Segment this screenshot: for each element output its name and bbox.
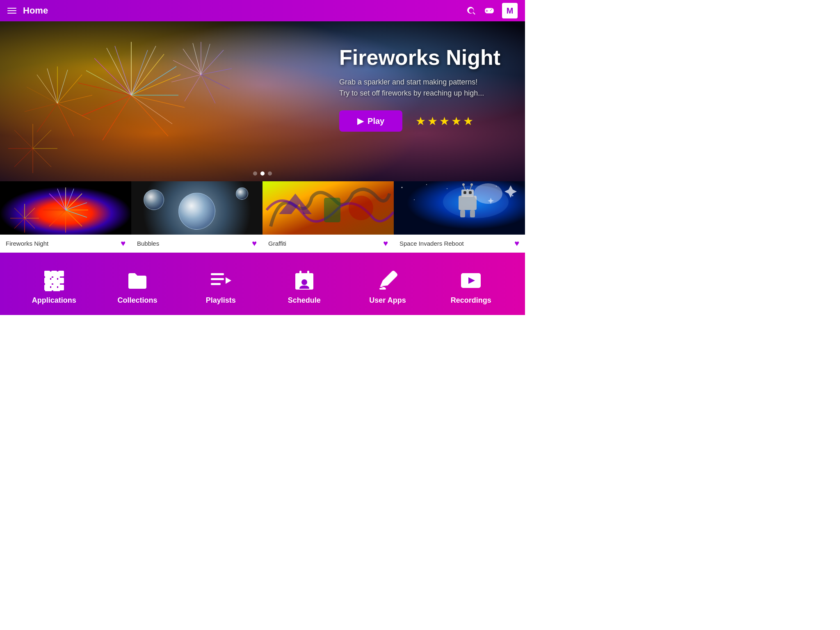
svg-line-42 (33, 148, 51, 167)
svg-line-24 (27, 87, 57, 103)
grid-item-fireworks-night[interactable]: Fireworks Night ♥ (0, 181, 131, 252)
svg-rect-70 (324, 198, 340, 222)
svg-line-6 (82, 95, 131, 116)
heart-space[interactable]: ♥ (514, 239, 519, 248)
hero-carousel-dots (253, 171, 272, 176)
dot-2[interactable] (260, 171, 265, 176)
svg-line-1 (131, 54, 164, 95)
item-label-bubbles: Bubbles ♥ (131, 235, 262, 252)
hero-actions: ▶ Play ★ ★ ★ ★ ★ (339, 110, 500, 132)
svg-line-8 (94, 58, 131, 95)
item-name-fireworks: Fireworks Night (6, 240, 48, 247)
hero-title: Fireworks Night (339, 46, 500, 69)
item-name-graffiti: Graffiti (268, 240, 286, 247)
svg-line-33 (185, 75, 201, 101)
bubble-medium (144, 189, 164, 210)
schedule-label: Schedule (288, 296, 321, 305)
page-title: Home (23, 5, 48, 16)
nav-item-recordings[interactable]: Recordings (429, 270, 513, 305)
heart-graffiti[interactable]: ♥ (383, 239, 388, 248)
svg-rect-108 (211, 273, 224, 275)
space-thumb-art (394, 181, 525, 235)
nav-item-playlists[interactable]: Playlists (179, 270, 262, 305)
search-icon (466, 5, 477, 16)
svg-rect-106 (51, 285, 57, 290)
search-button[interactable] (466, 5, 477, 16)
heart-fireworks[interactable]: ♥ (121, 239, 126, 248)
svg-rect-105 (44, 285, 50, 290)
svg-line-35 (173, 60, 201, 75)
grid-icon (43, 270, 65, 291)
heart-bubbles[interactable]: ♥ (252, 239, 257, 248)
star-4: ★ (451, 114, 461, 128)
svg-line-118 (380, 286, 385, 288)
svg-line-25 (37, 75, 57, 103)
menu-button[interactable] (7, 8, 16, 14)
svg-point-73 (402, 187, 403, 188)
hero-content: Fireworks Night Grab a sparkler and star… (339, 46, 500, 132)
thumbnail-space (394, 181, 525, 235)
applications-icon (43, 270, 65, 291)
svg-line-10 (131, 50, 148, 95)
svg-rect-119 (379, 288, 386, 290)
svg-rect-110 (211, 283, 221, 285)
svg-line-32 (201, 75, 215, 103)
folder-icon (127, 270, 148, 291)
svg-point-77 (512, 195, 514, 196)
bottom-nav: Applications Collections Playlists (0, 253, 525, 315)
svg-line-4 (131, 95, 168, 136)
collections-icon (127, 270, 148, 291)
star-rating: ★ ★ ★ ★ ★ (415, 114, 473, 128)
item-name-bubbles: Bubbles (137, 240, 159, 247)
star-5: ★ (463, 114, 473, 128)
svg-line-16 (131, 95, 172, 124)
svg-line-31 (201, 75, 230, 89)
recordings-label: Recordings (451, 296, 491, 305)
svg-line-21 (57, 103, 74, 136)
user-logo[interactable]: M (502, 3, 518, 18)
svg-line-2 (131, 75, 180, 95)
nav-item-collections[interactable]: Collections (96, 270, 179, 305)
svg-rect-82 (461, 189, 474, 197)
svg-rect-101 (58, 271, 64, 276)
svg-line-7 (78, 83, 131, 95)
svg-line-27 (57, 70, 68, 103)
svg-rect-89 (460, 210, 465, 217)
svg-line-11 (131, 66, 176, 95)
bubble-large (178, 193, 215, 230)
svg-point-88 (470, 183, 473, 186)
grid-item-bubbles[interactable]: Bubbles ♥ (131, 181, 262, 252)
grid-item-graffiti[interactable]: Graffiti ♥ (262, 181, 394, 252)
play-button[interactable]: ▶ Play (339, 110, 402, 132)
svg-rect-116 (295, 278, 313, 279)
svg-line-44 (14, 148, 33, 167)
nav-item-schedule[interactable]: Schedule (262, 270, 346, 305)
svg-rect-81 (459, 196, 477, 210)
svg-rect-100 (51, 271, 57, 276)
item-name-space: Space Invaders Reboot (399, 240, 464, 247)
svg-rect-90 (470, 210, 475, 217)
svg-line-19 (57, 95, 92, 103)
nav-item-applications[interactable]: Applications (12, 270, 96, 305)
svg-rect-109 (211, 278, 224, 280)
svg-rect-107 (58, 285, 64, 290)
grid-item-space-invaders[interactable]: Space Invaders Reboot ♥ (394, 181, 525, 252)
svg-rect-103 (51, 278, 57, 283)
svg-point-74 (426, 184, 427, 185)
gamepad-button[interactable] (484, 5, 495, 16)
user-apps-label: User Apps (369, 296, 406, 305)
pen-icon (377, 270, 398, 291)
svg-rect-83 (463, 191, 466, 194)
playlist-icon (210, 270, 231, 291)
star-3: ★ (439, 114, 450, 128)
svg-point-71 (349, 196, 373, 220)
dot-3[interactable] (268, 171, 272, 176)
nav-item-user-apps[interactable]: User Apps (346, 270, 429, 305)
fireworks-svg (0, 21, 262, 181)
top-nav: Home M (0, 0, 525, 21)
applications-label: Applications (32, 296, 76, 305)
dot-1[interactable] (253, 171, 257, 176)
svg-line-37 (193, 43, 201, 75)
recordings-icon (460, 270, 482, 291)
nav-left: Home (7, 5, 48, 16)
